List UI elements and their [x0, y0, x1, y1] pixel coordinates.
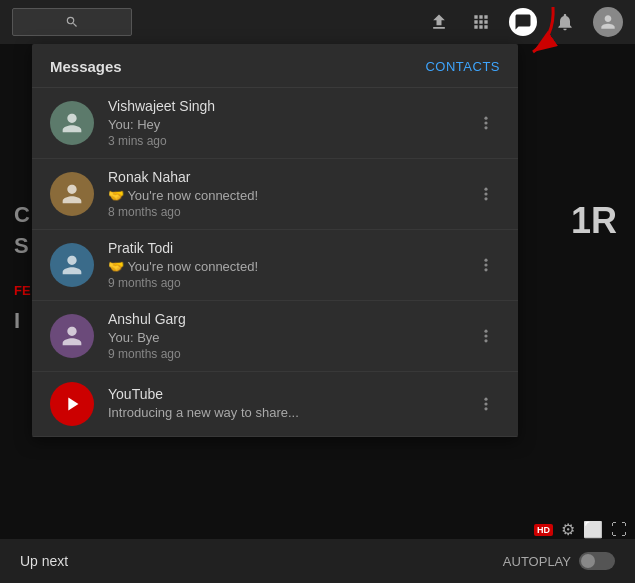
messages-list: Vishwajeet SinghYou: Hey3 mins agoRonak …	[32, 88, 518, 437]
msg-name: Anshul Garg	[108, 311, 472, 327]
messages-icon[interactable]	[509, 8, 537, 36]
msg-time: 3 mins ago	[108, 134, 472, 148]
left-letter-i: I	[14, 306, 31, 337]
msg-preview: 🤝 You're now connected!	[108, 188, 472, 203]
svg-point-14	[484, 402, 487, 405]
more-options-button[interactable]	[472, 392, 500, 416]
msg-name: Pratik Todi	[108, 240, 472, 256]
svg-point-8	[484, 263, 487, 266]
msg-content: Pratik Todi🤝 You're now connected!9 mont…	[108, 240, 472, 290]
more-options-button[interactable]	[472, 111, 500, 135]
avatar-inner	[50, 382, 94, 426]
msg-content: YouTubeIntroducing a new way to share...	[108, 386, 472, 422]
one-r-branding: 1R	[571, 200, 617, 242]
msg-avatar	[50, 314, 94, 358]
msg-name: Vishwajeet Singh	[108, 98, 472, 114]
search-box[interactable]	[12, 8, 132, 36]
svg-point-9	[484, 268, 487, 271]
message-item[interactable]: Vishwajeet SinghYou: Hey3 mins ago	[32, 88, 518, 159]
message-item[interactable]: Pratik Todi🤝 You're now connected!9 mont…	[32, 230, 518, 301]
hd-badge: HD	[534, 524, 553, 536]
svg-point-1	[484, 117, 487, 120]
nav-right	[425, 7, 623, 37]
miniplayer-icon[interactable]: ⬜	[583, 520, 603, 539]
top-nav	[0, 0, 635, 44]
msg-name: Ronak Nahar	[108, 169, 472, 185]
message-item[interactable]: Anshul GargYou: Bye9 months ago	[32, 301, 518, 372]
msg-avatar	[50, 172, 94, 216]
svg-point-4	[484, 188, 487, 191]
msg-preview: Introducing a new way to share...	[108, 405, 472, 420]
left-red-label: FE	[14, 282, 31, 300]
svg-point-10	[484, 330, 487, 333]
left-letter-s: S	[14, 231, 31, 262]
fullscreen-icon[interactable]: ⛶	[611, 521, 627, 539]
upload-icon[interactable]	[425, 8, 453, 36]
msg-preview: 🤝 You're now connected!	[108, 259, 472, 274]
panel-title: Messages	[50, 58, 122, 75]
svg-point-11	[484, 334, 487, 337]
msg-avatar	[50, 101, 94, 145]
svg-point-7	[484, 259, 487, 262]
autoplay-section: AUTOPLAY	[503, 552, 615, 570]
toggle-knob	[581, 554, 595, 568]
svg-point-6	[484, 197, 487, 200]
panel-header: Messages CONTACTS	[32, 44, 518, 88]
bottom-bar: Up next AUTOPLAY	[0, 539, 635, 583]
msg-time: 9 months ago	[108, 347, 472, 361]
avatar-inner	[50, 314, 94, 358]
settings-icon[interactable]: ⚙	[561, 520, 575, 539]
left-sidebar-text: C S FE I	[14, 200, 31, 337]
msg-avatar	[50, 382, 94, 426]
avatar-inner	[50, 172, 94, 216]
msg-time: 8 months ago	[108, 205, 472, 219]
more-options-button[interactable]	[472, 253, 500, 277]
msg-time: 9 months ago	[108, 276, 472, 290]
autoplay-label: AUTOPLAY	[503, 554, 571, 569]
svg-point-2	[484, 121, 487, 124]
msg-preview: You: Hey	[108, 117, 472, 132]
more-options-button[interactable]	[472, 182, 500, 206]
contacts-link[interactable]: CONTACTS	[425, 59, 500, 74]
more-options-button[interactable]	[472, 324, 500, 348]
message-item[interactable]: Ronak Nahar🤝 You're now connected!8 mont…	[32, 159, 518, 230]
msg-content: Anshul GargYou: Bye9 months ago	[108, 311, 472, 361]
apps-icon[interactable]	[467, 8, 495, 36]
avatar-inner	[50, 243, 94, 287]
svg-point-12	[484, 339, 487, 342]
msg-content: Vishwajeet SinghYou: Hey3 mins ago	[108, 98, 472, 148]
user-avatar[interactable]	[593, 7, 623, 37]
svg-point-15	[484, 407, 487, 410]
nav-left	[12, 8, 132, 36]
autoplay-toggle[interactable]	[579, 552, 615, 570]
message-item[interactable]: YouTubeIntroducing a new way to share...	[32, 372, 518, 437]
svg-point-3	[484, 126, 487, 129]
msg-content: Ronak Nahar🤝 You're now connected!8 mont…	[108, 169, 472, 219]
left-letter-c: C	[14, 200, 31, 231]
svg-point-5	[484, 192, 487, 195]
avatar-inner	[50, 101, 94, 145]
msg-name: YouTube	[108, 386, 472, 402]
msg-avatar	[50, 243, 94, 287]
bottom-right-icons: HD ⚙ ⬜ ⛶	[534, 520, 627, 539]
svg-point-13	[484, 398, 487, 401]
up-next-label: Up next	[20, 553, 68, 569]
msg-preview: You: Bye	[108, 330, 472, 345]
messages-panel: Messages CONTACTS Vishwajeet SinghYou: H…	[32, 44, 518, 437]
notifications-icon[interactable]	[551, 8, 579, 36]
